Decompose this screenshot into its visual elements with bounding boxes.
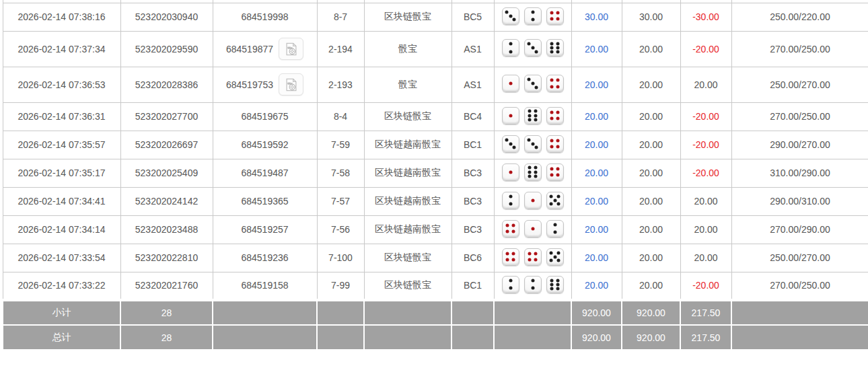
- die-4-icon: [546, 7, 564, 25]
- die-3-icon: [502, 135, 519, 153]
- bet-time: 2026-02-14 07:36:31: [3, 102, 120, 131]
- subtotal-row: 小计 28 920.00 920.00 217.50: [3, 300, 868, 325]
- bet-history-row: 2026-02-14 07:36:53 523202028386 6845197…: [3, 67, 868, 102]
- balance-before-after: 250.00/270.00: [731, 244, 868, 272]
- table-code: BC3: [451, 159, 494, 187]
- balance-before-after: 310.00/290.00: [731, 159, 868, 187]
- bet-amount-link[interactable]: 20.00: [571, 102, 622, 131]
- bet-history-row: 2026-02-14 07:37:34 523202029590 6845198…: [3, 31, 868, 67]
- dice-result-cell: [494, 215, 571, 244]
- bet-history-row: 2026-02-14 07:35:17 523202025409 6845194…: [3, 159, 868, 187]
- bet-time: 2026-02-14 07:35:17: [3, 159, 120, 187]
- dice-result-cell: [494, 272, 571, 300]
- bet-amount-link[interactable]: 20.00: [571, 272, 622, 300]
- shoe-round-number: 7-100: [317, 244, 364, 272]
- bet-amount-link[interactable]: 20.00: [571, 31, 622, 67]
- shoe-round-number: 7-99: [317, 272, 364, 300]
- dice-result-cell: [494, 3, 571, 31]
- bet-time: 2026-02-14 07:38:16: [3, 3, 120, 31]
- order-number: 523202024142: [120, 187, 213, 215]
- dice-result-cell: [494, 102, 571, 131]
- bet-history-table: 2026-02-14 07:38:16 523202030940 6845199…: [2, 0, 868, 351]
- die-6-icon: [546, 39, 564, 57]
- die-6-icon: [546, 276, 564, 293]
- game-name: 区块链越南骰宝: [364, 159, 451, 187]
- dice-result-cell: [494, 131, 571, 159]
- round-id-cell: 684519158: [213, 272, 317, 300]
- bet-time: 2026-02-14 07:36:53: [3, 67, 120, 102]
- die-2-icon: [502, 192, 519, 209]
- round-id-cell: 684519487: [213, 159, 317, 187]
- replay-video-button[interactable]: [279, 38, 303, 60]
- valid-bet-amount: 20.00: [622, 67, 680, 102]
- subtotal-label: 小计: [3, 300, 120, 325]
- order-number: 523202023488: [120, 215, 213, 244]
- die-6-icon: [524, 107, 542, 124]
- round-id-cell: 684519365: [213, 187, 317, 215]
- win-loss-amount: -20.00: [680, 31, 731, 67]
- round-id-cell: 684519675: [213, 102, 317, 131]
- die-2-icon: [502, 276, 519, 293]
- die-6-icon: [524, 163, 542, 181]
- shoe-round-number: 7-58: [317, 159, 364, 187]
- game-name: 区块链越南骰宝: [364, 131, 451, 159]
- order-number: 523202022810: [120, 244, 213, 272]
- die-4-icon: [546, 75, 564, 92]
- table-code: BC3: [451, 215, 494, 244]
- die-3-icon: [502, 7, 519, 25]
- balance-before-after: 270.00/250.00: [731, 102, 868, 131]
- table-code: BC1: [451, 272, 494, 300]
- bet-amount-link[interactable]: 20.00: [571, 159, 622, 187]
- die-4-icon: [524, 248, 542, 266]
- valid-bet-amount: 20.00: [622, 215, 680, 244]
- bet-history-row: 2026-02-14 07:34:14 523202023488 6845192…: [3, 215, 868, 244]
- win-loss-amount: -30.00: [680, 3, 731, 31]
- bet-time: 2026-02-14 07:35:57: [3, 131, 120, 159]
- win-loss-amount: -20.00: [680, 131, 731, 159]
- bet-amount-link[interactable]: 20.00: [571, 244, 622, 272]
- bet-amount-link[interactable]: 30.00: [571, 3, 622, 31]
- round-id-cell: 684519753: [213, 67, 317, 102]
- history-rows: 2026-02-14 07:38:16 523202030940 6845199…: [3, 0, 868, 300]
- replay-video-button[interactable]: [279, 73, 303, 96]
- order-number: 523202028386: [120, 67, 213, 102]
- table-code: AS1: [451, 31, 494, 67]
- game-name: 区块链越南骰宝: [364, 215, 451, 244]
- die-1-icon: [502, 75, 519, 92]
- die-2-icon: [524, 276, 542, 293]
- shoe-round-number: 2-194: [317, 31, 364, 67]
- table-code: BC5: [451, 3, 494, 31]
- video-file-icon: [284, 42, 299, 57]
- bet-amount-link[interactable]: 20.00: [571, 67, 622, 102]
- valid-bet-amount: 30.00: [622, 3, 680, 31]
- die-3-icon: [524, 135, 542, 153]
- order-number: 523202029590: [120, 31, 213, 67]
- valid-bet-amount: 20.00: [622, 272, 680, 300]
- balance-before-after: 270.00/290.00: [731, 215, 868, 244]
- die-4-icon: [502, 220, 519, 237]
- subtotal-valid: 920.00: [622, 300, 680, 325]
- die-4-icon: [546, 163, 564, 181]
- win-loss-amount: 20.00: [680, 67, 731, 102]
- bet-amount-link[interactable]: 20.00: [571, 215, 622, 244]
- die-1-icon: [524, 192, 542, 209]
- valid-bet-amount: 20.00: [622, 131, 680, 159]
- balance-before-after: 250.00/220.00: [731, 3, 868, 31]
- bet-amount-link[interactable]: 20.00: [571, 187, 622, 215]
- balance-before-after: 270.00/250.00: [731, 272, 868, 300]
- game-name: 骰宝: [364, 31, 451, 67]
- subtotal-bet: 920.00: [571, 300, 622, 325]
- dice-result-cell: [494, 187, 571, 215]
- order-number: 523202021760: [120, 272, 213, 300]
- round-id-cell: 684519877: [213, 31, 317, 67]
- shoe-round-number: 8-7: [317, 3, 364, 31]
- bet-amount-link[interactable]: 20.00: [571, 131, 622, 159]
- round-id-cell: 684519592: [213, 131, 317, 159]
- order-number: 523202026697: [120, 131, 213, 159]
- win-loss-amount: -20.00: [680, 272, 731, 300]
- bet-history-row: 2026-02-14 07:35:57 523202026697 6845195…: [3, 131, 868, 159]
- die-1-icon: [502, 107, 519, 124]
- bet-time: 2026-02-14 07:33:54: [3, 244, 120, 272]
- valid-bet-amount: 20.00: [622, 159, 680, 187]
- bet-history-row: 2026-02-14 07:36:31 523202027700 6845196…: [3, 102, 868, 131]
